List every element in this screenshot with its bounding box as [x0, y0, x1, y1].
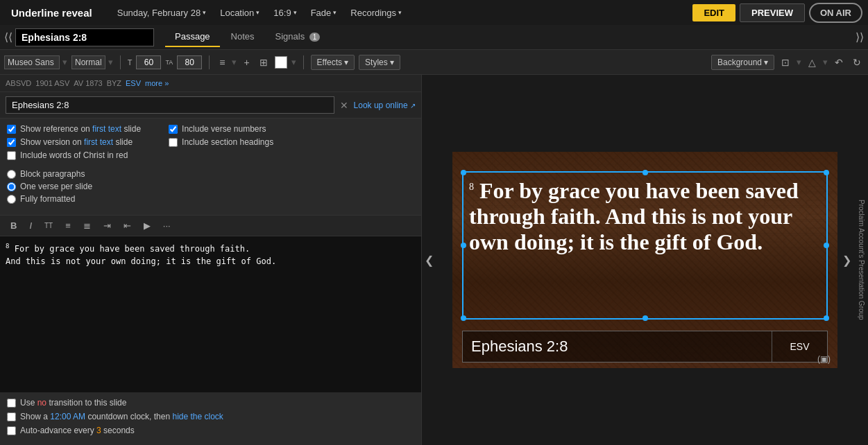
reference-text: Ephesians 2:8 — [463, 331, 772, 362]
auto-advance-checkbox[interactable] — [7, 426, 16, 435]
search-clear-button[interactable]: ✕ — [340, 100, 348, 111]
text-align-button[interactable]: ▶ — [139, 218, 155, 233]
styles-dropdown[interactable]: Styles ▾ — [359, 55, 400, 70]
font-family-selector[interactable]: Museo Sans — [4, 55, 60, 69]
recordings-picker[interactable]: Recordings ▾ — [345, 8, 407, 18]
undo-button[interactable]: ↶ — [832, 55, 846, 69]
signals-badge: 1 — [309, 33, 321, 42]
fully-formatted-radio[interactable] — [7, 195, 16, 204]
add-line-button[interactable]: + — [241, 55, 252, 69]
left-nav-arrow[interactable]: ⟨⟨ — [4, 30, 12, 44]
font-size-t-input[interactable] — [136, 55, 161, 69]
top-bar: Underline reveal Sunday, February 28 ▾ L… — [0, 0, 868, 25]
block-paragraphs-row: Block paragraphs — [7, 169, 414, 179]
editor-text-line2: And this is not your own doing; it is th… — [6, 256, 276, 266]
editor-area[interactable]: 8 For by grace you have been saved throu… — [0, 236, 421, 392]
background-caret: ▾ — [764, 58, 768, 67]
handle-mid-left[interactable] — [461, 243, 466, 248]
handle-bot-left[interactable] — [461, 315, 466, 321]
divider-1 — [120, 55, 121, 69]
monitor-icon: (▣) — [817, 354, 831, 364]
right-panel: ❮ — [422, 75, 868, 445]
text-size-button[interactable]: ⊞ — [257, 55, 271, 69]
toolbar-right-group: Background ▾ ⊡ ▾ △ ▾ ↶ ↻ — [711, 55, 864, 70]
handle-bot-right[interactable] — [824, 315, 829, 321]
aspect-picker[interactable]: 16:9 ▾ — [268, 8, 302, 18]
handle-top-left[interactable] — [461, 170, 466, 175]
tab-notes[interactable]: Notes — [221, 27, 264, 47]
reference-box: Ephesians 2:8 ESV — [462, 331, 828, 363]
italic-button[interactable]: I — [24, 218, 37, 233]
show-reference-checkbox[interactable] — [7, 125, 16, 134]
effects-dropdown[interactable]: Effects ▾ — [311, 55, 355, 70]
fully-formatted-label: Fully formatted — [20, 194, 75, 204]
indent-button[interactable]: ⇥ — [99, 218, 116, 233]
text-selection-box[interactable]: 8 For by grace you have been saved throu… — [462, 171, 828, 320]
font-style-group: Normal ▾ — [71, 55, 113, 69]
script-button[interactable]: TT — [40, 220, 58, 232]
handle-top-mid[interactable] — [643, 170, 648, 175]
more-button[interactable]: ··· — [158, 218, 176, 233]
font-style-selector[interactable]: Normal — [71, 55, 105, 69]
preview-button[interactable]: PREVIEW — [740, 3, 805, 22]
show-version-checkbox[interactable] — [7, 138, 16, 147]
hide-clock-link[interactable]: hide the clock — [172, 412, 223, 421]
no-transition-highlight: no — [37, 398, 46, 408]
handle-mid-right[interactable] — [824, 243, 829, 248]
align-left-button[interactable]: ≡ — [216, 55, 228, 69]
include-section-headings-checkbox[interactable] — [169, 138, 178, 147]
no-transition-row: Use no transition to this slide — [7, 398, 414, 408]
show-reference-row: Show reference on first text slide — [7, 124, 141, 134]
ver-first-text-link[interactable]: first text — [84, 137, 113, 147]
right-nav-button[interactable]: ❯ — [840, 251, 854, 270]
left-nav-button[interactable]: ❮ — [422, 251, 436, 270]
bold-button[interactable]: B — [6, 218, 22, 233]
styles-caret: ▾ — [390, 58, 394, 67]
shape-button[interactable]: △ — [806, 55, 819, 69]
outdent-button[interactable]: ⇤ — [119, 218, 136, 233]
ref-first-text-link[interactable]: first text — [92, 124, 121, 134]
one-verse-radio[interactable] — [7, 182, 16, 191]
auto-advance-num[interactable]: 3 — [96, 426, 101, 435]
onair-button[interactable]: ON AIR — [809, 3, 862, 23]
version-byz[interactable]: BYZ — [107, 79, 121, 87]
version-av1873[interactable]: AV 1873 — [74, 79, 102, 87]
tab-signals[interactable]: Signals 1 — [266, 27, 330, 47]
edit-button[interactable]: EDIT — [692, 4, 735, 21]
include-verse-numbers-checkbox[interactable] — [169, 125, 178, 134]
include-verse-numbers-label: Include verse numbers — [182, 124, 266, 134]
layout-button[interactable]: ⊡ — [778, 55, 792, 69]
transition-picker[interactable]: Fade ▾ — [305, 8, 343, 18]
slide-preview: 8 For by grace you have been saved throu… — [452, 152, 837, 368]
tab-passage[interactable]: Passage — [165, 27, 220, 47]
background-dropdown[interactable]: Background ▾ — [711, 55, 774, 70]
refresh-button[interactable]: ↻ — [850, 55, 864, 69]
recordings-caret: ▾ — [398, 9, 402, 16]
bullet-list-button[interactable]: ≡ — [60, 218, 76, 233]
right-nav-arrow[interactable]: ⟩⟩ — [856, 30, 864, 44]
countdown-time[interactable]: 12:00 AM — [50, 412, 85, 421]
one-verse-row: One verse per slide — [7, 182, 414, 191]
version-more[interactable]: more » — [145, 79, 169, 87]
lookup-online-link[interactable]: Look up online ↗ — [354, 101, 416, 110]
handle-bot-mid[interactable] — [643, 315, 648, 321]
font-size-a-input[interactable] — [177, 55, 202, 69]
date-picker[interactable]: Sunday, February 28 ▾ — [112, 8, 212, 18]
search-input[interactable] — [6, 96, 334, 114]
words-of-christ-checkbox[interactable] — [7, 151, 16, 160]
include-verse-numbers-row: Include verse numbers — [169, 124, 273, 134]
countdown-checkbox[interactable] — [7, 412, 16, 421]
color-swatch[interactable] — [275, 56, 287, 69]
presentation-group-label[interactable]: Proclaim Account's Presentation Group — [854, 75, 868, 445]
version-absvd[interactable]: ABSVD — [6, 79, 31, 87]
divider-3 — [303, 55, 304, 69]
one-verse-label: One verse per slide — [20, 182, 92, 191]
location-picker[interactable]: Location ▾ — [214, 8, 265, 18]
block-paragraphs-radio[interactable] — [7, 170, 16, 179]
version-esv[interactable]: ESV — [126, 79, 141, 87]
no-transition-checkbox[interactable] — [7, 399, 16, 408]
size-a-label: TA — [165, 59, 173, 66]
version-1901asv[interactable]: 1901 ASV — [35, 79, 69, 87]
number-list-button[interactable]: ≣ — [78, 218, 96, 233]
handle-top-right[interactable] — [824, 170, 829, 175]
